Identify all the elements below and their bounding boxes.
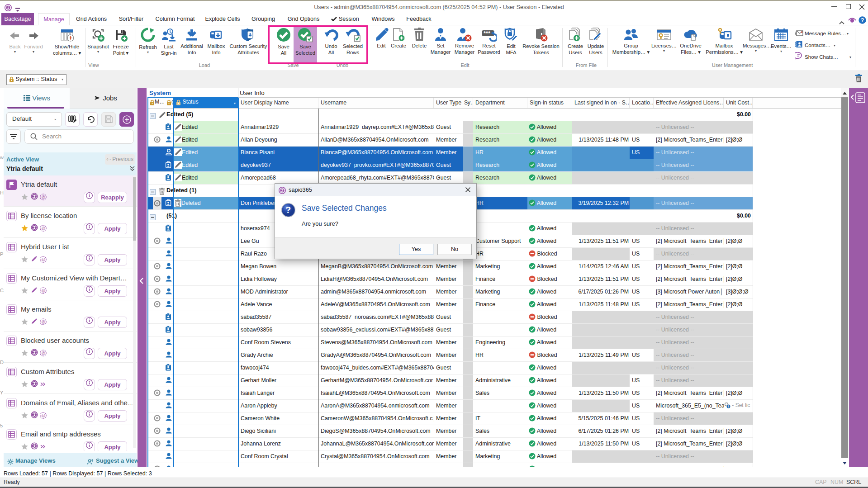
svg-text:i: i	[728, 405, 729, 408]
svg-text:@: @	[42, 195, 46, 199]
svg-text:@: @	[42, 257, 46, 262]
svg-text:@: @	[42, 320, 46, 324]
svg-text:@: @	[42, 351, 46, 355]
svg-text:?: ?	[861, 17, 864, 24]
svg-text:***: ***	[484, 30, 491, 37]
svg-text:?: ?	[285, 205, 291, 215]
svg-text:@: @	[42, 289, 46, 293]
svg-text:@: @	[42, 226, 46, 231]
svg-text:@: @	[42, 413, 46, 418]
